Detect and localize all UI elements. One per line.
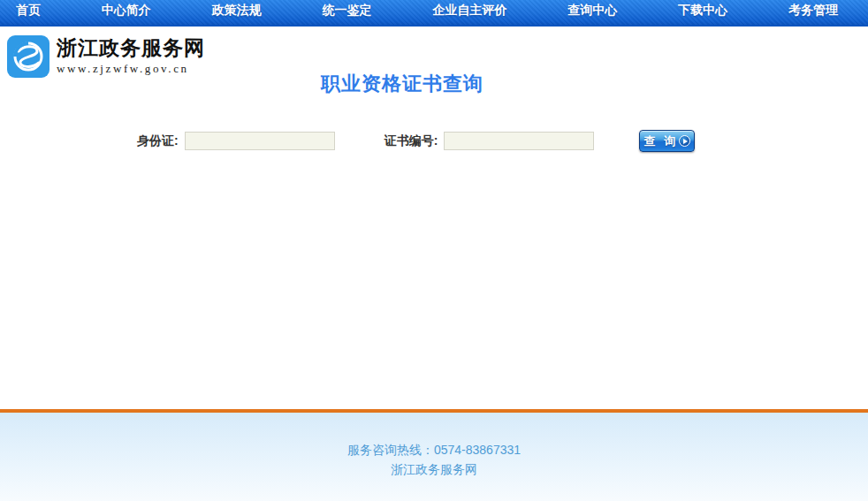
nav-item-policies[interactable]: 政策法规 bbox=[212, 3, 262, 19]
id-card-label: 身份证: bbox=[137, 133, 179, 149]
top-navigation: 首页 中心简介 政策法规 统一鉴定 企业自主评价 查询中心 下载中心 考务管理 bbox=[0, 0, 868, 27]
play-circle-icon bbox=[679, 135, 690, 147]
certificate-number-label: 证书编号: bbox=[385, 133, 438, 149]
content-spacer bbox=[0, 152, 868, 409]
page-footer: 服务咨询热线：0574-83867331 浙江政务服务网 bbox=[0, 413, 868, 501]
query-button-label: 查 询 bbox=[644, 133, 679, 149]
certificate-number-input[interactable] bbox=[444, 132, 594, 150]
id-card-input[interactable] bbox=[185, 132, 335, 150]
page-title: 职业资格证书查询 bbox=[321, 71, 483, 97]
query-button[interactable]: 查 询 bbox=[639, 130, 695, 152]
main-content: 浙江政务服务网 www.zjzwfw.gov.cn 职业资格证书查询 身份证: … bbox=[0, 27, 868, 152]
footer-site-name: 浙江政务服务网 bbox=[0, 459, 868, 479]
nav-item-center-intro[interactable]: 中心简介 bbox=[102, 3, 151, 19]
nav-item-enterprise-evaluation[interactable]: 企业自主评价 bbox=[432, 3, 506, 19]
nav-item-query-center[interactable]: 查询中心 bbox=[567, 3, 617, 19]
footer-hotline: 服务咨询热线：0574-83867331 bbox=[0, 440, 868, 459]
nav-item-home[interactable]: 首页 bbox=[16, 3, 41, 19]
certificate-query-form: 身份证: 证书编号: 查 询 bbox=[137, 130, 868, 152]
page-title-row: 职业资格证书查询 bbox=[0, 27, 836, 97]
nav-item-exam-management[interactable]: 考务管理 bbox=[788, 3, 838, 19]
nav-item-download-center[interactable]: 下载中心 bbox=[678, 3, 727, 19]
nav-item-unified-appraisal[interactable]: 统一鉴定 bbox=[323, 3, 372, 19]
